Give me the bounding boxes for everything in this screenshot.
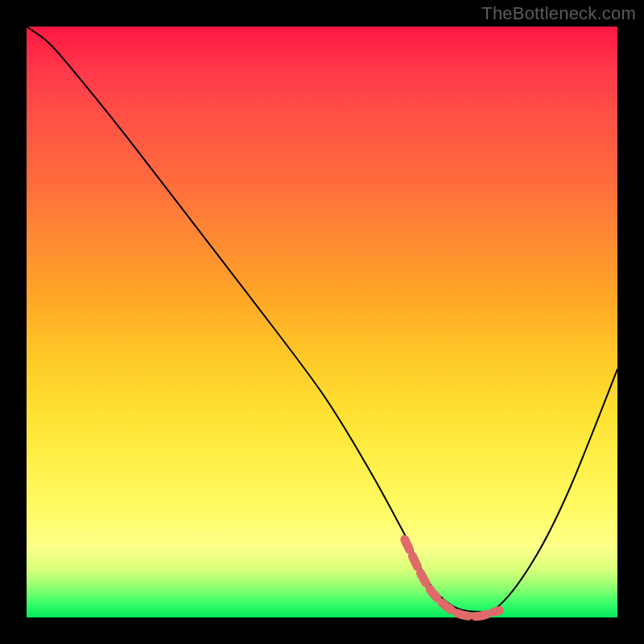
chart-frame: TheBottleneck.com bbox=[0, 0, 644, 644]
curve-svg bbox=[27, 27, 617, 617]
plot-area bbox=[27, 27, 617, 617]
watermark-text: TheBottleneck.com bbox=[481, 3, 636, 24]
bottleneck-curve bbox=[27, 27, 617, 612]
